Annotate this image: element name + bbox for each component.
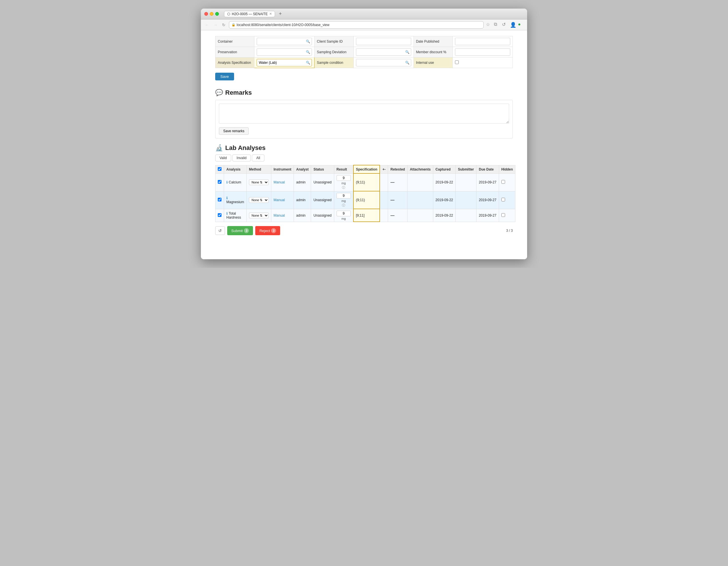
total-hardness-result-unit: mg: [341, 217, 346, 220]
total-hardness-method-select[interactable]: None ⇅: [249, 213, 269, 218]
url-bar[interactable]: 🔒 localhost:8080/senaite/clients/client-…: [229, 21, 484, 29]
total-hardness-instrument-link[interactable]: Manual: [274, 213, 285, 217]
client-sample-id-cell: [353, 36, 414, 47]
magnesium-info-icon[interactable]: ℹ: [226, 196, 228, 200]
magnesium-name: Magnesium: [226, 200, 244, 204]
preservation-input[interactable]: [257, 48, 312, 56]
th-attachments: Attachments: [407, 165, 433, 173]
addressbar: ← → ↻ 🔒 localhost:8080/senaite/clients/c…: [201, 19, 527, 30]
tab-favicon: ⬡: [227, 12, 230, 16]
internal-use-checkbox[interactable]: [455, 60, 459, 64]
calcium-result-unit: mg: [341, 181, 346, 185]
sample-condition-input[interactable]: [356, 59, 411, 66]
filter-invalid-button[interactable]: Invalid: [232, 155, 251, 161]
refresh-button[interactable]: ↺: [215, 226, 225, 235]
th-submitter: Submitter: [456, 165, 476, 173]
maximize-button[interactable]: [215, 12, 219, 16]
row-total-hardness-hidden: [499, 209, 515, 222]
lab-analyses-title: 🔬 Lab Analyses: [215, 144, 513, 152]
total-hardness-result-input[interactable]: [337, 211, 351, 216]
url-text: localhost:8080/senaite/clients/client-10…: [237, 23, 481, 27]
row-total-hardness-checkbox[interactable]: [218, 213, 221, 217]
preservation-search: 🔍: [257, 48, 312, 56]
preservation-label: Preservation: [215, 47, 254, 58]
row-calcium-checkbox[interactable]: [218, 180, 221, 184]
magnesium-method-select[interactable]: None ⇅: [249, 197, 269, 203]
active-tab[interactable]: ⬡ H2O-0005 — SENAITE ✕: [224, 11, 275, 17]
magnesium-result-info: ⓘ: [342, 203, 345, 207]
calcium-method-select[interactable]: None ⇅: [249, 179, 269, 185]
row-calcium-checkbox-cell: [215, 173, 224, 191]
analysis-spec-input-cell: Water (Lab) 🔍: [254, 58, 314, 68]
container-search-icon: 🔍: [306, 39, 310, 43]
tab-bar: ⬡ H2O-0005 — SENAITE ✕ +: [224, 11, 524, 17]
row-calcium-status: Unassigned: [311, 173, 334, 191]
tab-close-icon[interactable]: ✕: [269, 12, 272, 16]
container-search: 🔍: [257, 38, 312, 45]
calcium-result-info: ⓘ: [342, 185, 345, 190]
table-row: ℹ Calcium None ⇅ Manual admin Unassigned: [215, 173, 515, 191]
update-icon[interactable]: ↺: [502, 22, 508, 28]
member-discount-input[interactable]: 0.00: [455, 48, 510, 56]
calcium-instrument-link[interactable]: Manual: [274, 180, 285, 184]
reload-button[interactable]: ↻: [221, 22, 227, 28]
calcium-hidden-checkbox[interactable]: [501, 180, 505, 184]
profile-icon[interactable]: 👤: [510, 22, 516, 28]
client-sample-id-input[interactable]: [356, 38, 411, 45]
star-icon[interactable]: ☆: [486, 22, 492, 28]
row-magnesium-checkbox-cell: [215, 191, 224, 209]
calcium-name: Calcium: [229, 180, 241, 184]
total-hardness-hidden-checkbox[interactable]: [501, 213, 505, 217]
magnesium-result-input[interactable]: [337, 193, 351, 199]
row-magnesium-name: ℹ Magnesium: [224, 191, 247, 209]
analysis-spec-input[interactable]: Water (Lab): [257, 59, 312, 66]
add-tab-button[interactable]: +: [277, 11, 284, 17]
total-hardness-info-icon[interactable]: ℹ: [226, 211, 228, 215]
row-calcium-analyst: admin: [294, 173, 311, 191]
save-remarks-button[interactable]: Save remarks: [219, 127, 249, 135]
reject-label: Reject: [259, 229, 270, 233]
member-discount-cell: 0.00: [453, 47, 513, 58]
submit-button[interactable]: Submit 3: [227, 226, 253, 235]
minimize-button[interactable]: [210, 12, 213, 16]
th-result: Result: [334, 165, 353, 173]
container-input[interactable]: [257, 38, 312, 45]
forward-button[interactable]: →: [212, 22, 219, 28]
magnesium-hidden-checkbox[interactable]: [501, 198, 505, 201]
th-status: Status: [311, 165, 334, 173]
calcium-result-input[interactable]: [337, 175, 351, 181]
calcium-info-icon[interactable]: ℹ: [226, 180, 228, 184]
row-total-hardness-spec: [9;11]: [353, 209, 380, 222]
remarks-textarea[interactable]: [219, 104, 509, 124]
lab-analyses-icon: 🔬: [215, 144, 223, 152]
traffic-lights: [204, 12, 219, 16]
save-button[interactable]: Save: [215, 73, 234, 80]
back-button[interactable]: ←: [204, 22, 210, 28]
row-magnesium-instrument: Manual: [271, 191, 294, 209]
row-magnesium-checkbox[interactable]: [218, 198, 221, 201]
select-all-checkbox[interactable]: [218, 167, 221, 171]
date-published-input[interactable]: [455, 38, 510, 45]
action-buttons: ↺ Submit 3 Reject 3: [215, 226, 280, 235]
sample-condition-search-icon: 🔍: [405, 61, 409, 65]
submit-label: Submit: [231, 229, 243, 233]
row-calcium-captured: 2019-09-22: [433, 173, 455, 191]
sample-condition-label: Sample condition: [314, 58, 353, 68]
reject-button[interactable]: Reject 3: [255, 226, 280, 235]
filter-valid-button[interactable]: Valid: [215, 155, 231, 161]
row-magnesium-method: None ⇅: [247, 191, 271, 209]
extension-icon[interactable]: ⧉: [494, 22, 500, 28]
row-calcium-plusminus: [380, 173, 388, 191]
th-instrument: Instrument: [271, 165, 294, 173]
th-specification: Specification: [353, 165, 380, 173]
menu-icon[interactable]: ●: [518, 22, 524, 28]
row-magnesium-hidden: [499, 191, 515, 209]
th-select-all[interactable]: [215, 165, 224, 173]
row-calcium-hidden: [499, 173, 515, 191]
sampling-deviation-input[interactable]: [356, 48, 411, 56]
close-button[interactable]: [204, 12, 208, 16]
magnesium-instrument-link[interactable]: Manual: [274, 198, 285, 202]
page-content: Container 🔍 Client Sample ID Date Publis…: [201, 30, 527, 259]
filter-all-button[interactable]: All: [252, 155, 264, 161]
row-magnesium-due-date: 2019-09-27: [476, 191, 499, 209]
